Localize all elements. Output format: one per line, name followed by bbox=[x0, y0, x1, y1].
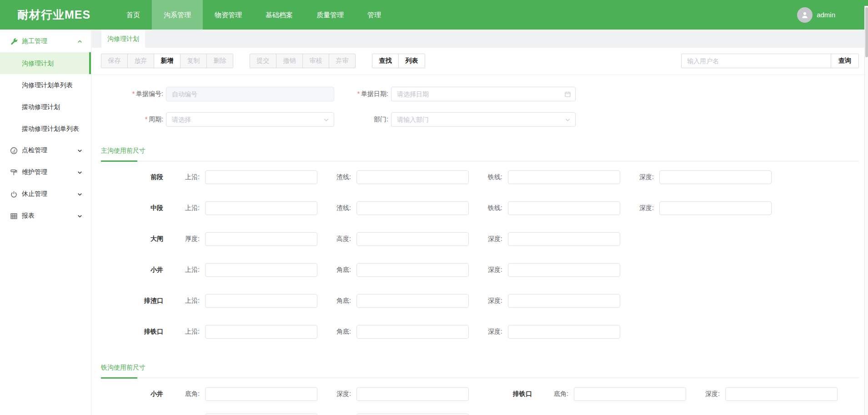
dept-label: 部门: bbox=[334, 115, 391, 124]
dim-input[interactable] bbox=[205, 201, 317, 215]
toolbar: 保存 放弃 新增 复制 删除 提交 撤销 审核 弃审 查找 列表 bbox=[101, 54, 859, 68]
audit-button[interactable]: 审核 bbox=[302, 54, 329, 68]
doc-date-label: *单据日期: bbox=[334, 90, 391, 98]
dept-input[interactable] bbox=[391, 112, 576, 127]
dim-input[interactable] bbox=[356, 387, 469, 401]
sidebar-group-construction[interactable]: 施工管理 bbox=[0, 30, 91, 52]
dim-field: 深度: bbox=[620, 170, 772, 184]
dim-row-name: 排铁口 bbox=[101, 328, 166, 336]
dim-field-label: 深度: bbox=[469, 266, 505, 274]
tab-gouxiu-plan[interactable]: 沟修理计划 bbox=[101, 30, 145, 48]
dim-input[interactable] bbox=[508, 325, 620, 339]
dim-field: 深度: bbox=[469, 263, 620, 277]
sidebar-item-swing-plan[interactable]: 摆动修理计划 bbox=[0, 96, 91, 118]
dim-input[interactable] bbox=[205, 325, 317, 339]
scrollbar-thumb[interactable] bbox=[865, 7, 868, 57]
add-button[interactable]: 新增 bbox=[154, 54, 181, 68]
dim-field-label: 深度: bbox=[317, 390, 354, 398]
user-menu[interactable]: admin bbox=[797, 7, 835, 23]
required-mark: * bbox=[132, 90, 135, 97]
nav-item-home[interactable]: 首页 bbox=[115, 0, 152, 30]
chevron-down-icon bbox=[77, 148, 83, 154]
dim-field-label: 铁线: bbox=[469, 173, 505, 181]
cycle-input[interactable] bbox=[166, 112, 334, 127]
sidebar-item-gouxiu-plan[interactable]: 沟修理计划 bbox=[0, 52, 91, 74]
dim-input[interactable] bbox=[574, 387, 686, 401]
dim-field-label: 上沿: bbox=[166, 173, 202, 181]
dim-input[interactable] bbox=[356, 170, 469, 184]
dim-input[interactable] bbox=[356, 232, 469, 246]
table-icon bbox=[10, 212, 18, 220]
dim-input[interactable] bbox=[205, 387, 317, 401]
doc-no-input bbox=[166, 87, 334, 101]
query-button[interactable]: 查询 bbox=[831, 54, 859, 68]
dim-field-label: 角底: bbox=[317, 328, 354, 336]
nav-item-admin[interactable]: 管理 bbox=[356, 0, 393, 30]
user-icon bbox=[800, 10, 809, 20]
delete-button[interactable]: 删除 bbox=[206, 54, 233, 68]
dim-input[interactable] bbox=[508, 294, 620, 308]
doc-no-field bbox=[166, 87, 334, 101]
save-button[interactable]: 保存 bbox=[101, 54, 128, 68]
unaudit-button[interactable]: 弃审 bbox=[329, 54, 356, 68]
form-row: *单据编号: *单据日期: bbox=[101, 87, 859, 101]
dim-field: 角底: bbox=[317, 325, 469, 339]
discard-button[interactable]: 放弃 bbox=[127, 54, 154, 68]
dim-field: 上沿: bbox=[166, 294, 317, 308]
doc-date-field bbox=[391, 87, 576, 101]
sidebar-group-maintenance[interactable]: 维护管理 bbox=[0, 161, 91, 183]
search-input[interactable] bbox=[681, 54, 831, 68]
dim-input[interactable] bbox=[508, 232, 620, 246]
nav-item-materials[interactable]: 物资管理 bbox=[203, 0, 254, 30]
chevron-down-icon bbox=[77, 213, 83, 219]
view-button-group: 查找 列表 bbox=[372, 54, 425, 68]
sidebar-group-label: 报表 bbox=[22, 212, 35, 220]
nav-item-gouxi[interactable]: 沟系管理 bbox=[152, 0, 203, 30]
submit-button[interactable]: 提交 bbox=[250, 54, 276, 68]
list-button[interactable]: 列表 bbox=[398, 54, 425, 68]
dim-field: 铁线: bbox=[469, 170, 620, 184]
workflow-button-group: 提交 撤销 审核 弃审 bbox=[250, 54, 356, 68]
dim-input[interactable] bbox=[205, 294, 317, 308]
chevron-down-icon bbox=[77, 170, 83, 175]
sidebar-item-gouxiu-plan-list[interactable]: 沟修理计划单列表 bbox=[0, 74, 91, 96]
dim-row-middle: 中段 上沿: 渣线: 铁线: 深度: bbox=[101, 193, 859, 224]
nav-item-archives[interactable]: 基础档案 bbox=[254, 0, 305, 30]
dim-field-label: 厚度: bbox=[166, 235, 202, 243]
sidebar-item-swing-plan-list[interactable]: 摆动修理计划单列表 bbox=[0, 118, 91, 140]
nav-item-quality[interactable]: 质量管理 bbox=[305, 0, 356, 30]
dim-input[interactable] bbox=[205, 232, 317, 246]
dim-input[interactable] bbox=[508, 170, 620, 184]
sidebar-group-label: 施工管理 bbox=[22, 37, 47, 45]
search-box: 查询 bbox=[681, 54, 859, 68]
sidebar-group-inspection[interactable]: 点检管理 bbox=[0, 140, 91, 161]
find-button[interactable]: 查找 bbox=[372, 54, 399, 68]
vertical-scrollbar[interactable] bbox=[864, 6, 868, 415]
sidebar-group-reports[interactable]: 报表 bbox=[0, 205, 91, 227]
section-title: 铁沟使用前尺寸 bbox=[101, 364, 859, 372]
dim-input[interactable] bbox=[508, 201, 620, 215]
dim-field: 上沿: bbox=[166, 170, 317, 184]
dim-input[interactable] bbox=[356, 263, 469, 277]
dim-field-label: 上沿: bbox=[166, 297, 202, 305]
dim-row-name: 大闸 bbox=[101, 235, 166, 243]
revoke-button[interactable]: 撤销 bbox=[276, 54, 303, 68]
copy-button[interactable]: 复制 bbox=[180, 54, 207, 68]
dim-input[interactable] bbox=[725, 387, 838, 401]
dim-input[interactable] bbox=[356, 325, 469, 339]
dim-input[interactable] bbox=[356, 294, 469, 308]
dim-input[interactable] bbox=[659, 170, 772, 184]
dim-row-iron-outlet: 排铁口 上沿: 角底: 深度: bbox=[101, 316, 859, 347]
dim-field: 深度: bbox=[620, 201, 772, 215]
dim-input[interactable] bbox=[205, 170, 317, 184]
dim-field-label: 高度: bbox=[317, 235, 354, 243]
dim-field-label: 深度: bbox=[469, 328, 505, 336]
avatar bbox=[797, 7, 813, 23]
dim-input[interactable] bbox=[508, 263, 620, 277]
dim-field: 深度: bbox=[469, 232, 620, 246]
sidebar-group-suspension[interactable]: 休止管理 bbox=[0, 183, 91, 205]
doc-date-input[interactable] bbox=[391, 87, 576, 101]
dim-input[interactable] bbox=[205, 263, 317, 277]
dim-input[interactable] bbox=[356, 201, 469, 215]
dim-input[interactable] bbox=[659, 201, 772, 215]
